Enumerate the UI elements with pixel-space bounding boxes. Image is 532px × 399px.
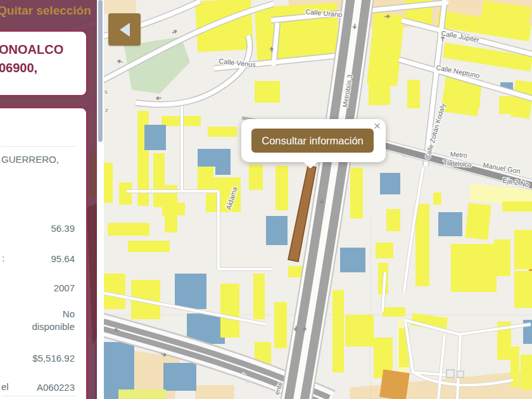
collapse-sidebar-button[interactable] (108, 13, 141, 46)
detail-value-unavailable: No disponible (1, 308, 75, 333)
detail-value-account: A060223 (1, 381, 75, 394)
divider (1, 396, 76, 396)
poi-label-metro: Metro (450, 150, 467, 159)
close-icon[interactable]: × (374, 120, 381, 132)
property-title-line2: 06900, (0, 59, 86, 77)
sidebar-scrollbar-thumb[interactable] (98, 0, 103, 142)
detail-value-year: 2007 (1, 282, 75, 294)
street-label-s-fragment: s (104, 88, 108, 95)
divider (1, 146, 76, 147)
street-label-z-fragment: z (105, 106, 108, 113)
address-fragment: GUERRERO, (1, 153, 58, 166)
map-popup: × Consultar información (241, 119, 386, 162)
property-details-card: GUERRERO, 56.39 : 95.64 2007 No disponib… (0, 107, 87, 399)
app-window: No av Calle Manu on za (0, 0, 532, 399)
chevron-left-icon (120, 23, 130, 37)
detail-value-surface: 56.39 (1, 222, 75, 235)
sidebar-scrollbar-track[interactable] (97, 0, 104, 399)
clear-selection-button[interactable]: Quitar selección (0, 4, 91, 18)
property-title-card: ONOALCO 06900, (0, 30, 87, 96)
property-title-line1: ONOALCO (0, 41, 86, 59)
detail-value-construction: 95.64 (1, 253, 75, 265)
consult-information-button[interactable]: Consultar información (251, 129, 374, 153)
detail-value-amount: $5,516.92 (1, 352, 75, 365)
